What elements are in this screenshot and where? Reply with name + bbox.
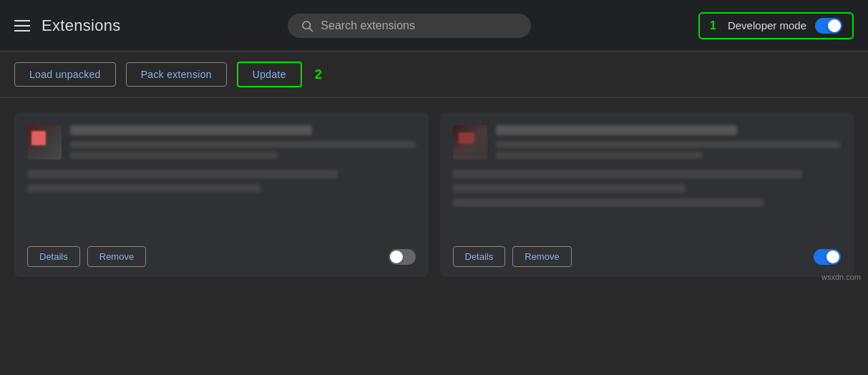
ext-desc-placeholder-2 (70, 152, 278, 159)
menu-icon[interactable] (14, 20, 30, 31)
ext-info (496, 125, 842, 162)
ext-body (453, 170, 842, 233)
ext-body (27, 170, 416, 233)
details-button[interactable]: Details (27, 246, 80, 267)
extension-toggle[interactable] (814, 249, 841, 265)
extension-card: Details Remove (14, 112, 429, 277)
badge-1: 1 (710, 19, 716, 32)
ext-footer: Details Remove (27, 240, 416, 267)
ext-info (70, 125, 416, 162)
ext-footer: Details Remove (453, 240, 842, 267)
developer-mode-toggle[interactable] (815, 18, 842, 34)
details-button[interactable]: Details (453, 246, 506, 267)
ext-desc-placeholder (70, 141, 416, 148)
search-icon (301, 19, 313, 32)
extensions-area: Details Remove (0, 98, 868, 291)
ext-name-placeholder (496, 125, 738, 135)
ext-name-placeholder (70, 125, 312, 135)
remove-button[interactable]: Remove (512, 246, 571, 267)
extension-toggle[interactable] (389, 249, 416, 265)
ext-content-bar (453, 170, 802, 178)
extension-icon (453, 125, 487, 160)
update-button[interactable]: Update (237, 62, 302, 87)
remove-button[interactable]: Remove (87, 246, 146, 267)
ext-header (453, 125, 842, 162)
ext-content-bar (27, 184, 260, 193)
search-input[interactable] (321, 19, 518, 32)
header-left: Extensions (14, 16, 121, 35)
ext-header (27, 125, 416, 162)
badge-2: 2 (315, 67, 322, 82)
pack-extension-button[interactable]: Pack extension (126, 62, 227, 87)
toolbar: Load unpacked Pack extension Update 2 (0, 52, 868, 98)
search-box (288, 14, 531, 38)
ext-content-bar (27, 170, 338, 178)
search-container (121, 14, 698, 38)
developer-mode-container: 1 Developer mode (698, 12, 854, 39)
ext-content-bar (453, 198, 764, 207)
ext-desc-placeholder-2 (496, 152, 703, 159)
developer-mode-label: Developer mode (728, 19, 806, 31)
extensions-grid: Details Remove (0, 98, 868, 291)
load-unpacked-button[interactable]: Load unpacked (14, 62, 116, 87)
extension-card: Details Remove (440, 112, 854, 277)
ext-desc-placeholder (496, 141, 842, 148)
svg-line-1 (310, 28, 313, 31)
page-title: Extensions (42, 16, 121, 35)
watermark: wsxdn.com (821, 273, 861, 281)
header: Extensions 1 Developer mode (0, 0, 868, 52)
ext-content-bar (453, 184, 686, 193)
extension-icon (27, 125, 62, 160)
